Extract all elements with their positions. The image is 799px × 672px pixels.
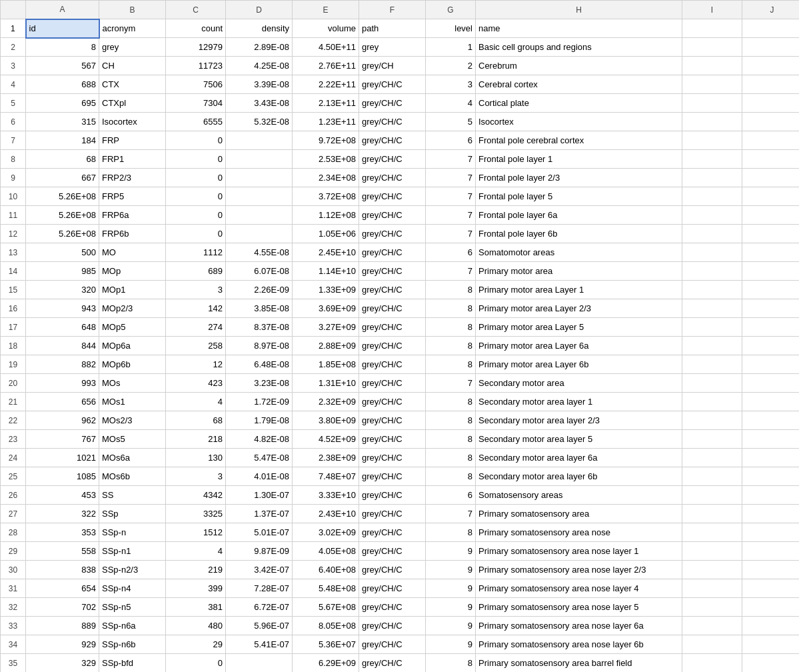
cell-21e[interactable]: 2.32E+09	[293, 393, 359, 411]
cell-33e[interactable]: 8.05E+08	[293, 617, 359, 635]
cell-22e[interactable]: 3.80E+09	[293, 411, 359, 430]
cell-18i[interactable]	[682, 337, 742, 355]
cell-31d[interactable]: 7.28E-07	[226, 579, 293, 598]
cell-32h[interactable]: Primary somatosensory area nose layer 5	[476, 598, 682, 617]
cell-24a[interactable]: 1021	[26, 449, 99, 467]
cell-35g[interactable]: 8	[426, 654, 476, 673]
cell-5b[interactable]: CTXpl	[99, 94, 166, 113]
col-header-a[interactable]: A	[26, 1, 99, 19]
cell-7a[interactable]: 184	[26, 131, 99, 150]
cell-28c[interactable]: 1512	[166, 523, 226, 542]
cell-19b[interactable]: MOp6b	[99, 355, 166, 374]
cell-35c[interactable]: 0	[166, 654, 226, 673]
cell-15j[interactable]	[742, 281, 800, 299]
cell-14j[interactable]	[742, 262, 800, 281]
cell-20d[interactable]: 3.23E-08	[226, 374, 293, 393]
cell-12g[interactable]: 7	[426, 225, 476, 243]
cell-10j[interactable]	[742, 187, 800, 206]
cell-3i[interactable]	[682, 57, 742, 75]
cell-20i[interactable]	[682, 374, 742, 393]
cell-2e[interactable]: 4.50E+11	[293, 38, 359, 57]
cell-6h[interactable]: Isocortex	[476, 113, 682, 131]
cell-32f[interactable]: grey/CH/C	[359, 598, 426, 617]
cell-1h[interactable]: name	[476, 19, 682, 38]
cell-7h[interactable]: Frontal pole cerebral cortex	[476, 131, 682, 150]
cell-28f[interactable]: grey/CH/C	[359, 523, 426, 542]
cell-23g[interactable]: 8	[426, 430, 476, 449]
cell-9h[interactable]: Frontal pole layer 2/3	[476, 169, 682, 187]
cell-27i[interactable]	[682, 505, 742, 523]
cell-33a[interactable]: 889	[26, 617, 99, 635]
cell-13e[interactable]: 2.45E+10	[293, 243, 359, 262]
cell-24d[interactable]: 5.47E-08	[226, 449, 293, 467]
cell-23j[interactable]	[742, 430, 800, 449]
cell-28j[interactable]	[742, 523, 800, 542]
cell-16g[interactable]: 8	[426, 299, 476, 318]
cell-4d[interactable]: 3.39E-08	[226, 75, 293, 94]
cell-4a[interactable]: 688	[26, 75, 99, 94]
cell-15a[interactable]: 320	[26, 281, 99, 299]
cell-10h[interactable]: Frontal pole layer 5	[476, 187, 682, 206]
cell-5e[interactable]: 2.13E+11	[293, 94, 359, 113]
cell-22a[interactable]: 962	[26, 411, 99, 430]
cell-21a[interactable]: 656	[26, 393, 99, 411]
cell-27j[interactable]	[742, 505, 800, 523]
cell-30i[interactable]	[682, 561, 742, 579]
cell-21b[interactable]: MOs1	[99, 393, 166, 411]
cell-33g[interactable]: 9	[426, 617, 476, 635]
cell-31g[interactable]: 9	[426, 579, 476, 598]
cell-17j[interactable]	[742, 318, 800, 337]
cell-12d[interactable]	[226, 225, 293, 243]
cell-33c[interactable]: 480	[166, 617, 226, 635]
cell-27d[interactable]: 1.37E-07	[226, 505, 293, 523]
cell-7f[interactable]: grey/CH/C	[359, 131, 426, 150]
cell-31c[interactable]: 399	[166, 579, 226, 598]
cell-22j[interactable]	[742, 411, 800, 430]
cell-1d[interactable]: density	[226, 19, 293, 38]
cell-33f[interactable]: grey/CH/C	[359, 617, 426, 635]
cell-11b[interactable]: FRP6a	[99, 206, 166, 225]
cell-32a[interactable]: 702	[26, 598, 99, 617]
cell-1i[interactable]	[682, 19, 742, 38]
cell-16a[interactable]: 943	[26, 299, 99, 318]
cell-18f[interactable]: grey/CH/C	[359, 337, 426, 355]
cell-12j[interactable]	[742, 225, 800, 243]
cell-34j[interactable]	[742, 635, 800, 654]
cell-10a[interactable]: 5.26E+08	[26, 187, 99, 206]
cell-25j[interactable]	[742, 467, 800, 486]
cell-8j[interactable]	[742, 150, 800, 169]
cell-10c[interactable]: 0	[166, 187, 226, 206]
cell-15b[interactable]: MOp1	[99, 281, 166, 299]
cell-3a[interactable]: 567	[26, 57, 99, 75]
cell-18a[interactable]: 844	[26, 337, 99, 355]
cell-7d[interactable]	[226, 131, 293, 150]
cell-31i[interactable]	[682, 579, 742, 598]
cell-27e[interactable]: 2.43E+10	[293, 505, 359, 523]
cell-12f[interactable]: grey/CH/C	[359, 225, 426, 243]
cell-18j[interactable]	[742, 337, 800, 355]
cell-14f[interactable]: grey/CH/C	[359, 262, 426, 281]
cell-4c[interactable]: 7506	[166, 75, 226, 94]
cell-17f[interactable]: grey/CH/C	[359, 318, 426, 337]
cell-4f[interactable]: grey/CH/C	[359, 75, 426, 94]
cell-26f[interactable]: grey/CH/C	[359, 486, 426, 505]
cell-19g[interactable]: 8	[426, 355, 476, 374]
cell-18c[interactable]: 258	[166, 337, 226, 355]
cell-26g[interactable]: 6	[426, 486, 476, 505]
cell-28b[interactable]: SSp-n	[99, 523, 166, 542]
col-header-c[interactable]: C	[166, 1, 226, 19]
cell-33b[interactable]: SSp-n6a	[99, 617, 166, 635]
cell-2d[interactable]: 2.89E-08	[226, 38, 293, 57]
cell-24c[interactable]: 130	[166, 449, 226, 467]
cell-32j[interactable]	[742, 598, 800, 617]
cell-24g[interactable]: 8	[426, 449, 476, 467]
cell-4h[interactable]: Cerebral cortex	[476, 75, 682, 94]
cell-33j[interactable]	[742, 617, 800, 635]
cell-34i[interactable]	[682, 635, 742, 654]
cell-13a[interactable]: 500	[26, 243, 99, 262]
cell-4i[interactable]	[682, 75, 742, 94]
cell-6b[interactable]: Isocortex	[99, 113, 166, 131]
cell-14b[interactable]: MOp	[99, 262, 166, 281]
cell-27b[interactable]: SSp	[99, 505, 166, 523]
cell-3g[interactable]: 2	[426, 57, 476, 75]
